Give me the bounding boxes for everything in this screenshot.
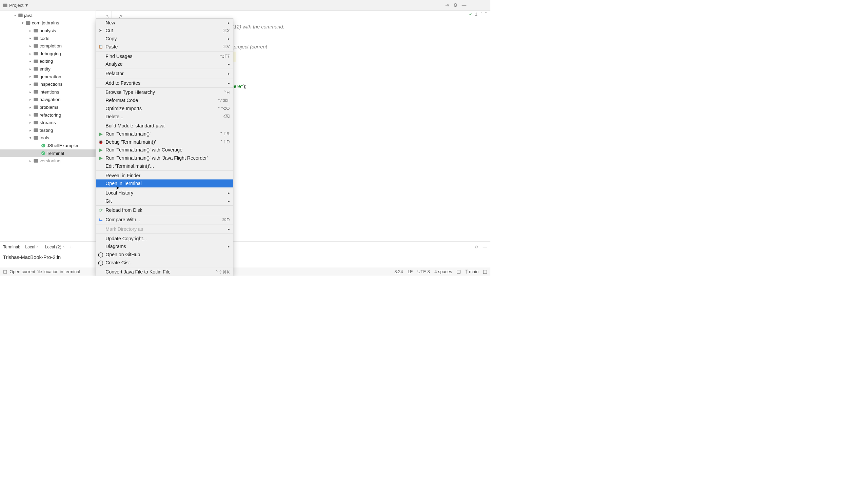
terminal-tab-local-2[interactable]: Local (2) ×: [43, 244, 66, 250]
chevron-icon[interactable]: ▸: [28, 59, 32, 63]
tree-item-entity[interactable]: ▸entity: [0, 65, 96, 73]
tree-item-jshellexamples[interactable]: CJShellExamples: [0, 142, 96, 149]
chevron-icon[interactable]: ▸: [28, 120, 32, 124]
lock-icon[interactable]: [457, 270, 460, 273]
project-toolbar: Project ⇥: [0, 0, 490, 11]
tree-item-generation[interactable]: ▸generation: [0, 73, 96, 81]
menu-item-label: Update Copyright...: [105, 236, 147, 241]
tree-item-problems[interactable]: ▸problems: [0, 103, 96, 111]
chevron-icon[interactable]: ▸: [28, 52, 32, 56]
menu-item-update-copyright[interactable]: Update Copyright...: [96, 235, 233, 243]
menu-item-convert-java-file-to-kotlin-file[interactable]: Convert Java File to Kotlin File⌃⇧⌘K: [96, 268, 233, 276]
menu-item-delete[interactable]: Delete...: [96, 113, 233, 121]
tree-item-tools[interactable]: ▾tools: [0, 134, 96, 142]
tree-item-code[interactable]: ▸code: [0, 35, 96, 42]
menu-item-create-gist[interactable]: Create Gist...: [96, 259, 233, 267]
tree-item-terminal[interactable]: CTerminal: [0, 149, 96, 157]
tree-item-analysis[interactable]: ▸analysis: [0, 27, 96, 35]
chevron-icon[interactable]: ▾: [28, 136, 32, 140]
inspection-badges[interactable]: 1 ˄ ˅: [469, 12, 487, 17]
gear-icon[interactable]: [453, 3, 458, 8]
menu-item-browse-type-hierarchy[interactable]: Browse Type Hierarchy⌃H: [96, 88, 233, 96]
tree-item-navigation[interactable]: ▸navigation: [0, 96, 96, 104]
chevron-icon[interactable]: ▸: [28, 98, 32, 102]
tree-item-versioning[interactable]: ▸versioning: [0, 157, 96, 165]
collapse-icon[interactable]: ⇥: [445, 3, 450, 8]
tree-item-java[interactable]: ▾java: [0, 12, 96, 19]
menu-item-run-terminal-main-with-java-flight-recorder[interactable]: Run 'Terminal.main()' with 'Java Flight …: [96, 154, 233, 162]
menu-item-find-usages[interactable]: Find Usages⌥F7: [96, 52, 233, 60]
indent-settings[interactable]: 4 spaces: [434, 269, 452, 274]
chevron-icon[interactable]: ▸: [28, 82, 32, 86]
gear-icon[interactable]: [474, 244, 478, 249]
line-separator[interactable]: LF: [408, 269, 413, 274]
menu-item-add-to-favorites[interactable]: Add to Favorites: [96, 79, 233, 87]
chevron-icon[interactable]: ▸: [28, 159, 32, 163]
menu-item-build-module-standard-java[interactable]: Build Module 'standard-java': [96, 122, 233, 130]
menu-item-git[interactable]: Git: [96, 197, 233, 205]
chevron-icon[interactable]: ▸: [28, 67, 32, 71]
chevron-icon[interactable]: ▸: [28, 44, 32, 48]
menu-item-edit-terminal-main[interactable]: Edit 'Terminal.main()'...: [96, 162, 233, 170]
tree-item-editing[interactable]: ▸editing: [0, 58, 96, 65]
minimize-icon[interactable]: [483, 244, 487, 249]
chevron-icon[interactable]: ▸: [28, 128, 32, 132]
menu-item-refactor[interactable]: Refactor: [96, 69, 233, 78]
folder-icon: [34, 75, 38, 78]
chevron-icon[interactable]: ▸: [28, 113, 32, 117]
chevron-icon[interactable]: ▸: [28, 90, 32, 94]
tree-item-intentions[interactable]: ▸intentions: [0, 88, 96, 96]
menu-item-analyze[interactable]: Analyze: [96, 60, 233, 68]
menu-item-new[interactable]: New: [96, 19, 233, 27]
menu-item-open-in-terminal[interactable]: Open in Terminal: [96, 179, 233, 187]
chevron-icon[interactable]: ▸: [28, 36, 32, 40]
tree-item-inspections[interactable]: ▸inspections: [0, 80, 96, 88]
add-terminal-button[interactable]: [70, 244, 73, 250]
project-selector[interactable]: Project: [3, 3, 28, 8]
chevron-icon[interactable]: ▸: [28, 105, 32, 109]
chevron-icon[interactable]: ▾: [13, 13, 17, 17]
terminal-output[interactable]: Trishas-MacBook-Pro-2:in: [0, 252, 490, 268]
menu-item-diagrams[interactable]: Diagrams: [96, 242, 233, 250]
menu-item-debug-terminal-main[interactable]: Debug 'Terminal.main()'⌃⇧D: [96, 138, 233, 146]
tree-item-com-jetbrains[interactable]: ▾com.jetbrains: [0, 19, 96, 27]
chevron-down-icon[interactable]: ˅: [485, 12, 487, 17]
tree-item-debugging[interactable]: ▸debugging: [0, 50, 96, 58]
project-label: Project: [9, 3, 23, 8]
chevron-icon[interactable]: ▾: [21, 21, 24, 25]
padlock-icon[interactable]: [483, 270, 487, 273]
menu-item-reveal-in-finder[interactable]: Reveal in Finder: [96, 171, 233, 180]
menu-item-reload-from-disk[interactable]: Reload from Disk: [96, 206, 233, 215]
tree-item-label: intentions: [39, 89, 59, 95]
tree-item-completion[interactable]: ▸completion: [0, 42, 96, 50]
menu-item-local-history[interactable]: Local History: [96, 189, 233, 197]
terminal-tab-local[interactable]: Local ×: [24, 244, 40, 250]
encoding[interactable]: UTF-8: [417, 269, 430, 274]
menu-item-cut[interactable]: Cut⌘X: [96, 27, 233, 35]
menu-item-optimize-imports[interactable]: Optimize Imports⌃⌥O: [96, 104, 233, 113]
close-icon[interactable]: ×: [62, 245, 64, 249]
readonly-toggle-icon[interactable]: [3, 270, 7, 273]
git-branch[interactable]: ᛘ main: [465, 269, 479, 274]
menu-item-paste[interactable]: Paste⌘V: [96, 43, 233, 51]
chevron-icon[interactable]: ▸: [28, 75, 32, 79]
chevron-up-icon[interactable]: ˄: [480, 12, 482, 17]
project-tree[interactable]: ▾java▾com.jetbrains▸analysis▸code▸comple…: [0, 11, 96, 241]
menu-item-open-on-github[interactable]: Open on GitHub: [96, 250, 233, 259]
menu-item-run-terminal-main[interactable]: Run 'Terminal.main()'⌃⇧R: [96, 130, 233, 138]
menu-separator: [96, 233, 233, 234]
caret-position[interactable]: 8:24: [394, 269, 403, 274]
menu-item-reformat-code[interactable]: Reformat Code⌥⌘L: [96, 96, 233, 104]
folder-icon: [34, 105, 38, 109]
menu-item-run-terminal-main-with-coverage[interactable]: Run 'Terminal.main()' with Coverage: [96, 146, 233, 154]
chevron-icon[interactable]: ▸: [28, 28, 32, 33]
tree-item-refactoring[interactable]: ▸refactoring: [0, 111, 96, 119]
menu-item-compare-with[interactable]: Compare With...⌘D: [96, 216, 233, 224]
close-icon[interactable]: ×: [36, 245, 38, 249]
check-icon: [469, 12, 472, 17]
tree-item-testing[interactable]: ▸testing: [0, 126, 96, 134]
menu-item-copy[interactable]: Copy: [96, 35, 233, 43]
context-menu[interactable]: NewCut⌘XCopyPaste⌘VFind Usages⌥F7Analyze…: [96, 18, 234, 276]
tree-item-streams[interactable]: ▸streams: [0, 119, 96, 126]
minimize-icon[interactable]: [462, 3, 467, 8]
